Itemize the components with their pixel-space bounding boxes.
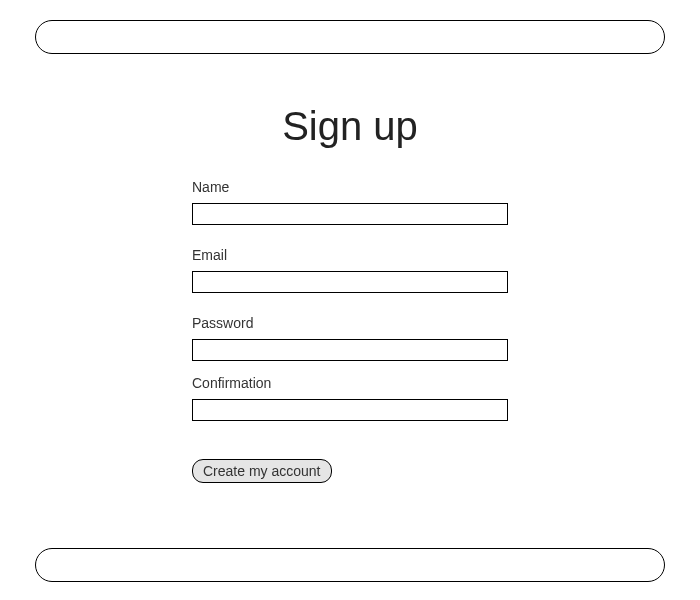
top-bar — [35, 20, 665, 54]
email-group: Email — [192, 247, 508, 293]
create-account-button[interactable]: Create my account — [192, 459, 332, 483]
name-input[interactable] — [192, 203, 508, 225]
bottom-bar — [35, 548, 665, 582]
signup-form: Name Email Password Confirmation Create … — [192, 179, 508, 483]
password-input[interactable] — [192, 339, 508, 361]
confirmation-group: Confirmation — [192, 375, 508, 421]
password-label: Password — [192, 315, 508, 331]
password-group: Password — [192, 315, 508, 361]
page-title: Sign up — [282, 104, 418, 149]
email-input[interactable] — [192, 271, 508, 293]
signup-content: Sign up Name Email Password Confirmation… — [35, 104, 665, 483]
email-label: Email — [192, 247, 508, 263]
name-group: Name — [192, 179, 508, 225]
confirmation-label: Confirmation — [192, 375, 508, 391]
confirmation-input[interactable] — [192, 399, 508, 421]
name-label: Name — [192, 179, 508, 195]
